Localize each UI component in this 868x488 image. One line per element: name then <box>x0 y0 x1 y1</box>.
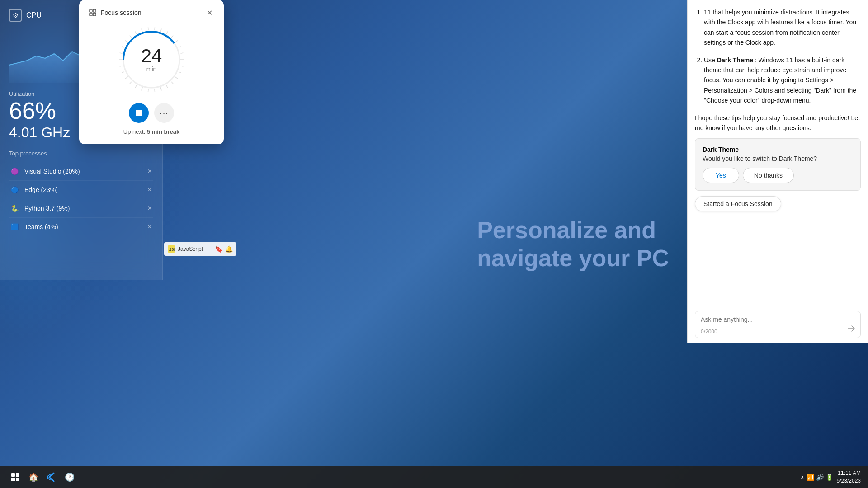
svg-line-15 <box>166 32 168 34</box>
svg-line-18 <box>179 47 181 47</box>
timer-unit: min <box>141 66 162 73</box>
svg-line-30 <box>135 85 137 88</box>
personalize-line1: Personalize and <box>477 216 669 244</box>
navigate-text: navigate <box>477 245 572 271</box>
chat-text-use: Use <box>704 56 715 64</box>
send-button[interactable] <box>846 323 857 334</box>
vscode-taskbar-icon[interactable] <box>43 469 60 485</box>
javascript-tag: JS JavaScript 🔖 🔔 <box>164 242 236 256</box>
svg-line-24 <box>171 82 173 84</box>
svg-line-33 <box>122 72 124 73</box>
close-icon[interactable]: ✕ <box>146 205 153 212</box>
cpu-icon: ⚙ <box>9 9 22 22</box>
suggestion-buttons: Yes No thanks <box>703 168 853 183</box>
svg-line-22 <box>179 72 181 73</box>
chat-text-1: 11 that helps you minimize distractions.… <box>704 9 856 46</box>
stop-button[interactable] <box>129 103 149 123</box>
svg-line-26 <box>160 87 161 91</box>
process-name: Teams (4%) <box>24 223 142 230</box>
close-icon[interactable]: ✕ <box>146 223 153 230</box>
dark-theme-bold: Dark Theme <box>717 56 753 64</box>
up-next: Up next: 5 min break <box>88 128 215 135</box>
focus-controls: ··· <box>88 103 215 123</box>
list-item: 🟦 Teams (4%) ✕ <box>9 218 153 236</box>
network-icon[interactable]: 📶 <box>807 474 814 481</box>
svg-rect-2 <box>93 9 96 12</box>
svg-line-12 <box>148 27 148 30</box>
svg-line-14 <box>160 29 161 33</box>
home-button[interactable]: 🏠 <box>25 469 42 485</box>
svg-rect-39 <box>11 473 15 477</box>
svg-line-16 <box>171 35 173 37</box>
process-list: 🟣 Visual Studio (20%) ✕ 🔵 Edge (23%) ✕ 🐍… <box>9 162 153 236</box>
timer-number: 24 <box>141 47 162 66</box>
focus-session-widget: Focus session ✕ <box>79 0 224 144</box>
dark-theme-suggestion: Dark Theme Would you like to switch to D… <box>695 138 861 191</box>
chat-body: 11 that helps you minimize distractions.… <box>695 7 861 133</box>
svg-line-21 <box>181 66 184 66</box>
start-menu-button[interactable] <box>7 469 24 485</box>
chat-content: 11 that helps you minimize distractions.… <box>688 0 868 305</box>
chat-panel: 11 that helps you minimize distractions.… <box>687 0 868 343</box>
no-thanks-button[interactable]: No thanks <box>743 168 794 183</box>
timer-text: 24 min <box>141 47 162 73</box>
svg-rect-41 <box>11 478 15 481</box>
personalize-text: Personalize and navigate your PC <box>477 216 669 272</box>
personalize-line2: navigate your PC <box>477 244 669 272</box>
processes-label: Top processes <box>9 150 153 157</box>
svg-line-9 <box>130 35 132 37</box>
python-icon: 🐍 <box>9 203 20 214</box>
yes-button[interactable]: Yes <box>703 168 739 183</box>
focus-close-button[interactable]: ✕ <box>204 7 215 18</box>
svg-line-8 <box>125 41 128 43</box>
svg-rect-1 <box>90 9 92 12</box>
chat-closing: I hope these tips help you stay focused … <box>695 113 861 133</box>
close-icon[interactable]: ✕ <box>146 186 153 193</box>
your-pc-text: your PC <box>572 245 669 271</box>
svg-line-25 <box>166 85 168 88</box>
list-item: 🟣 Visual Studio (20%) ✕ <box>9 162 153 181</box>
svg-line-32 <box>125 77 128 79</box>
more-options-button[interactable]: ··· <box>154 103 174 123</box>
svg-line-28 <box>148 89 148 92</box>
chat-input-box: 0/2000 <box>695 311 861 338</box>
edge-icon: 🔵 <box>9 184 20 195</box>
up-next-value: 5 min break <box>147 128 179 135</box>
clock-taskbar-icon[interactable]: 🕐 <box>61 469 78 485</box>
svg-line-34 <box>120 66 123 66</box>
svg-rect-4 <box>93 13 96 16</box>
timer-container: 24 min <box>88 23 215 96</box>
focus-header: Focus session ✕ <box>88 7 215 18</box>
system-tray-icons: ∧ 📶 🔊 🔋 <box>800 474 833 481</box>
svg-line-11 <box>142 29 142 33</box>
svg-rect-42 <box>16 478 19 481</box>
clock-date: 5/23/2023 <box>837 477 861 485</box>
svg-text:JS: JS <box>169 247 175 252</box>
process-name: Edge (23%) <box>24 186 142 193</box>
taskbar-left: 🏠 🕐 <box>7 469 78 485</box>
battery-icon[interactable]: 🔋 <box>826 474 833 481</box>
suggestion-title: Dark Theme <box>703 146 853 153</box>
list-item: 🔵 Edge (23%) ✕ <box>9 181 153 199</box>
svg-line-6 <box>120 53 123 53</box>
chat-input[interactable] <box>701 316 842 323</box>
svg-line-17 <box>175 41 178 43</box>
svg-line-7 <box>122 47 124 47</box>
volume-icon[interactable]: 🔊 <box>816 474 824 481</box>
system-clock[interactable]: 11:11 AM 5/23/2023 <box>837 469 861 485</box>
focus-session-badge: Started a Focus Session <box>695 196 781 211</box>
bell-icon[interactable]: 🔔 <box>225 245 233 253</box>
chat-input-area: 0/2000 <box>688 305 868 343</box>
char-counter: 0/2000 <box>701 328 717 335</box>
js-label: JavaScript <box>178 246 203 252</box>
taskbar: 🏠 🕐 ∧ 📶 🔊 🔋 11:11 AM 5/23/2023 <box>0 466 868 488</box>
process-name: Python 3.7 (9%) <box>24 205 142 212</box>
focus-title: Focus session <box>101 9 141 16</box>
close-icon[interactable]: ✕ <box>146 168 153 175</box>
svg-line-27 <box>155 89 155 92</box>
bookmark-icon[interactable]: 🔖 <box>215 245 222 253</box>
taskbar-right: ∧ 📶 🔊 🔋 11:11 AM 5/23/2023 <box>800 469 861 485</box>
chevron-up-icon[interactable]: ∧ <box>800 474 805 481</box>
svg-rect-3 <box>90 13 92 16</box>
timer-circle: 24 min <box>115 23 188 96</box>
